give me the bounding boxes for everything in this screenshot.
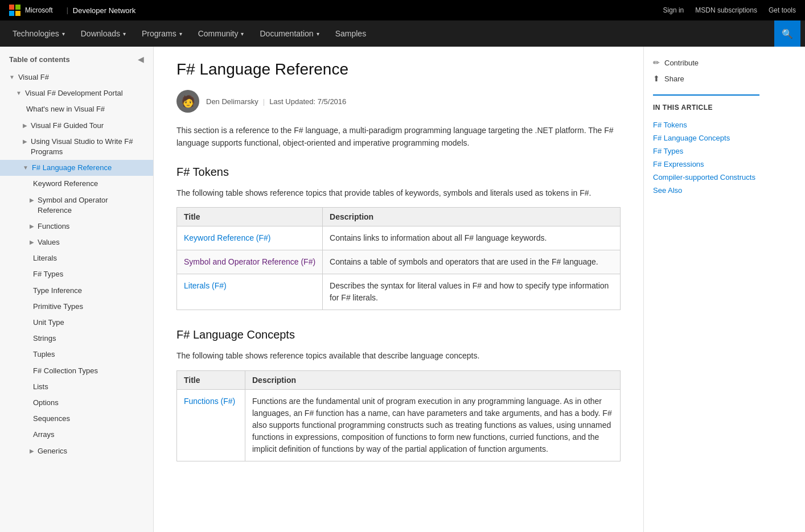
nav-community[interactable]: Community ▾	[190, 20, 252, 47]
toc-item[interactable]: Keyword Reference	[0, 176, 153, 192]
toc-tri-icon: ▶	[23, 122, 27, 130]
contribute-action[interactable]: ✏ Contribute	[653, 58, 759, 67]
toc-link[interactable]: Keyword Reference	[33, 179, 98, 189]
table-row: Keyword Reference (F#) Contains links to…	[177, 226, 621, 250]
list-item[interactable]: F# Expressions	[653, 158, 759, 171]
toc-link[interactable]: Visual F#	[18, 72, 49, 83]
in-article-link[interactable]: F# Expressions	[653, 160, 704, 168]
separator: |	[67, 6, 68, 14]
list-item[interactable]: F# Tokens	[653, 118, 759, 131]
toc-tri-icon: ▶	[30, 222, 34, 230]
toc-link[interactable]: F# Collection Types	[33, 366, 98, 376]
toc-item[interactable]: F# Types	[0, 266, 153, 282]
toc-item[interactable]: ▼F# Language Reference	[0, 160, 153, 176]
utility-bar: Microsoft | Developer Network Sign in MS…	[0, 0, 805, 20]
share-action[interactable]: ⬆ Share	[653, 74, 759, 83]
concepts-intro: The following table shows reference topi…	[176, 349, 621, 362]
sign-in-link[interactable]: Sign in	[663, 6, 684, 14]
toc-item[interactable]: Type Inference	[0, 283, 153, 299]
toc-item[interactable]: ▶Using Visual Studio to Write F# Program…	[0, 134, 153, 160]
toc-link[interactable]: Type Inference	[33, 286, 82, 296]
toc-link[interactable]: Visual F# Guided Tour	[31, 121, 104, 131]
toc-item[interactable]: Options	[0, 395, 153, 411]
toc-item[interactable]: ▶Generics	[0, 443, 153, 459]
toc-link[interactable]: Unit Type	[33, 317, 64, 328]
list-item[interactable]: Compiler-supported Constructs	[653, 171, 759, 184]
in-article-list: F# TokensF# Language ConceptsF# TypesF# …	[653, 118, 759, 197]
toc-item[interactable]: Lists	[0, 379, 153, 395]
toc-tri-icon: ▼	[16, 89, 22, 97]
nav-documentation[interactable]: Documentation ▾	[252, 20, 327, 47]
toc-item[interactable]: ▶Functions	[0, 218, 153, 234]
nav-technologies[interactable]: Technologies ▾	[5, 20, 73, 47]
toc-link[interactable]: What's new in Visual F#	[26, 104, 105, 114]
in-article-link[interactable]: F# Tokens	[653, 121, 687, 129]
table-link[interactable]: Functions (F#)	[184, 397, 235, 406]
main-nav: Technologies ▾ Downloads ▾ Programs ▾ Co…	[0, 20, 805, 47]
toc-link[interactable]: Values	[38, 237, 60, 248]
toc-link[interactable]: Literals	[33, 253, 57, 263]
list-item[interactable]: F# Types	[653, 145, 759, 158]
toc-link[interactable]: Symbol and Operator Reference	[38, 195, 144, 216]
toc-link[interactable]: Using Visual Studio to Write F# Programs	[31, 137, 144, 157]
share-icon: ⬆	[653, 74, 660, 83]
nav-programs[interactable]: Programs ▾	[134, 20, 190, 47]
toc-link[interactable]: Tuples	[33, 349, 55, 360]
toc-link[interactable]: Generics	[38, 446, 67, 456]
toc-item[interactable]: ▶Values	[0, 234, 153, 250]
concepts-table: Title Description Functions (F#) Functio…	[176, 370, 621, 461]
contribute-label: Contribute	[664, 59, 699, 67]
nav-downloads[interactable]: Downloads ▾	[73, 20, 134, 47]
in-article-link[interactable]: F# Language Concepts	[653, 134, 730, 142]
toc-link[interactable]: Lists	[33, 382, 48, 392]
toc-link[interactable]: Primitive Types	[33, 302, 83, 312]
toc-item[interactable]: What's new in Visual F#	[0, 101, 153, 117]
table-cell-desc: Functions are the fundamental unit of pr…	[245, 389, 621, 461]
toc-link[interactable]: Options	[33, 398, 59, 408]
page-layout: Table of contents ◀ ▼Visual F#▼Visual F#…	[0, 47, 805, 532]
toc-item[interactable]: F# Collection Types	[0, 363, 153, 379]
table-cell-desc: Contains a table of symbols and operator…	[323, 250, 621, 274]
toc-link[interactable]: Sequences	[33, 414, 70, 424]
toc-link[interactable]: F# Types	[33, 269, 63, 279]
toc-item[interactable]: Tuples	[0, 347, 153, 362]
nav-samples[interactable]: Samples	[327, 20, 374, 47]
list-item[interactable]: F# Language Concepts	[653, 131, 759, 145]
toc-item[interactable]: Sequences	[0, 411, 153, 427]
in-article-link[interactable]: See Also	[653, 186, 682, 195]
toc-item[interactable]: Literals	[0, 250, 153, 266]
table-link[interactable]: Symbol and Operator Reference (F#)	[184, 257, 315, 266]
toc-item[interactable]: Strings	[0, 331, 153, 347]
search-button[interactable]: 🔍	[774, 20, 800, 47]
toc-link[interactable]: F# Language Reference	[32, 163, 112, 173]
intro-text: This section is a reference to the F# la…	[176, 124, 621, 150]
toc-item[interactable]: Arrays	[0, 427, 153, 443]
toc-list: ▼Visual F#▼Visual F# Development PortalW…	[0, 69, 153, 459]
toc-item[interactable]: Unit Type	[0, 315, 153, 331]
chevron-down-icon: ▾	[317, 31, 319, 37]
dev-network-label: Developer Network	[73, 6, 136, 15]
util-links: Sign in MSDN subscriptions Get tools	[663, 6, 796, 14]
table-cell-title: Literals (F#)	[177, 274, 323, 310]
toc-item[interactable]: ▶Symbol and Operator Reference	[0, 192, 153, 218]
toc-link[interactable]: Visual F# Development Portal	[25, 88, 123, 98]
toc-item[interactable]: ▼Visual F#	[0, 69, 153, 85]
table-cell-desc: Describes the syntax for literal values …	[323, 274, 621, 310]
collapse-sidebar-button[interactable]: ◀	[138, 55, 144, 64]
list-item[interactable]: See Also	[653, 184, 759, 197]
in-article: IN THIS ARTICLE F# TokensF# Language Con…	[653, 94, 759, 197]
in-article-link[interactable]: F# Types	[653, 147, 683, 155]
msdn-subs-link[interactable]: MSDN subscriptions	[695, 6, 757, 14]
toc-link[interactable]: Strings	[33, 333, 56, 344]
toc-item[interactable]: ▼Visual F# Development Portal	[0, 85, 153, 101]
toc-tri-icon: ▶	[30, 196, 34, 204]
toc-item[interactable]: Primitive Types	[0, 299, 153, 315]
in-article-link[interactable]: Compiler-supported Constructs	[653, 173, 755, 182]
toc-item[interactable]: ▶Visual F# Guided Tour	[0, 118, 153, 134]
get-tools-link[interactable]: Get tools	[769, 6, 796, 14]
table-cell-desc: Contains links to information about all …	[323, 226, 621, 250]
toc-link[interactable]: Arrays	[33, 430, 55, 440]
toc-link[interactable]: Functions	[38, 221, 69, 232]
table-link[interactable]: Literals (F#)	[184, 281, 227, 290]
table-link[interactable]: Keyword Reference (F#)	[184, 233, 271, 242]
